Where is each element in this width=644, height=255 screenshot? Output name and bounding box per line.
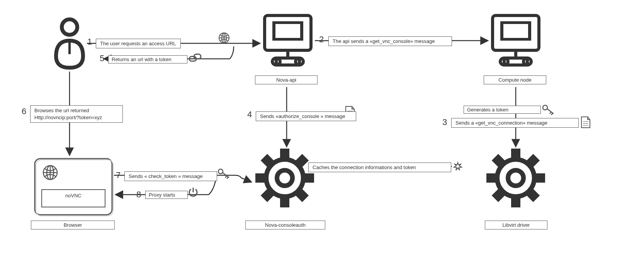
novnc-label: noVNC	[46, 193, 100, 199]
svg-rect-20	[280, 149, 289, 158]
cache-text: Caches the connection informations and t…	[308, 163, 451, 172]
link-icon	[189, 54, 201, 61]
step-4-num: 4	[247, 110, 252, 120]
user-icon	[56, 19, 83, 68]
step-5-num: 5	[100, 53, 104, 63]
step-1-text: The user requests an access URL	[96, 39, 181, 48]
step-6-num: 6	[22, 106, 26, 116]
browser-window-icon	[35, 159, 113, 216]
svg-rect-34	[511, 198, 520, 207]
computer-icon	[265, 15, 311, 65]
step-6-text: Browses the url returned Http://novncip:…	[30, 105, 123, 123]
svg-point-42	[543, 105, 547, 110]
svg-point-43	[218, 169, 223, 174]
computer-icon	[493, 15, 539, 65]
node-consoleauth: Nova-consoleauth	[245, 221, 325, 229]
step-4-text: Sends «authorize_console » message	[256, 111, 356, 121]
gear-icon	[486, 149, 545, 207]
svg-rect-22	[305, 173, 314, 183]
step-6-l1: Browses the url returned	[34, 108, 89, 113]
step-8-num: 8	[136, 190, 141, 200]
node-libvirt: Libvirt driver	[485, 221, 547, 229]
step-3-num: 3	[442, 117, 447, 127]
node-browser: Browser	[31, 221, 115, 229]
svg-point-28	[508, 170, 523, 186]
globe-icon	[219, 33, 229, 43]
svg-point-18	[277, 170, 292, 186]
step-1-num: 1	[87, 37, 92, 47]
svg-rect-36	[486, 173, 496, 183]
step-3-top-text: Generates a token	[464, 106, 541, 114]
step-2-text: The api sends a «get_vnc_console» messag…	[328, 36, 452, 46]
step-8-text: Proxy starts	[145, 191, 188, 199]
gear-icon	[255, 149, 314, 207]
step-3-text: Sends a «get_vnc_connection» message	[451, 118, 579, 128]
document-icon	[581, 117, 590, 128]
svg-point-19	[266, 159, 303, 197]
step-7-num: 7	[116, 170, 121, 180]
svg-rect-24	[280, 198, 289, 207]
node-nova-api: Nova-api	[255, 75, 318, 84]
step-6-l2: Http://novncip:port/?token=xyz	[34, 115, 102, 120]
svg-rect-26	[255, 173, 265, 183]
key-icon	[543, 105, 554, 115]
step-5-text: Returns an url with a token	[108, 55, 187, 63]
svg-rect-30	[511, 149, 520, 158]
svg-rect-9	[503, 24, 528, 38]
svg-rect-32	[536, 173, 545, 183]
step-7-text: Sends « check_token » message	[124, 171, 217, 181]
key-icon	[218, 169, 229, 179]
svg-point-29	[497, 159, 534, 197]
step-2-num: 2	[319, 34, 324, 44]
node-compute: Compute node	[484, 75, 546, 84]
star-icon	[454, 163, 462, 170]
svg-rect-3	[275, 24, 300, 38]
svg-point-0	[62, 19, 77, 35]
